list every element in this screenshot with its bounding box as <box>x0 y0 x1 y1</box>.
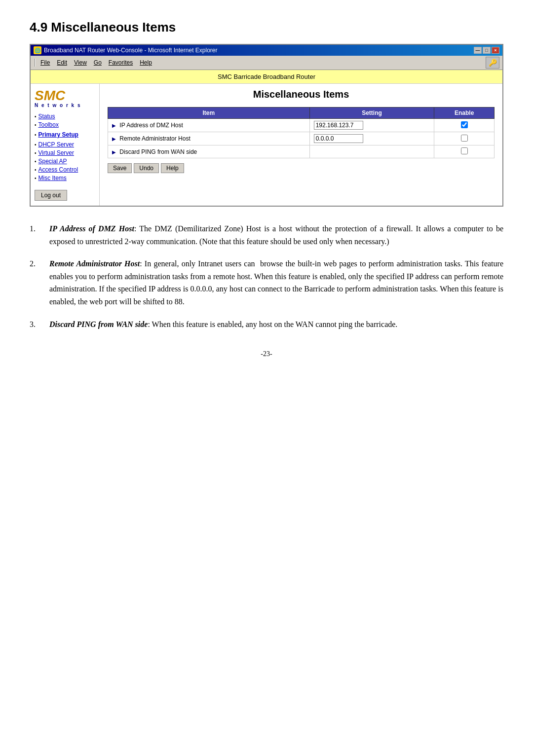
dmz-host-input[interactable] <box>314 121 363 130</box>
browser-titlebar-icon: 🌐 <box>34 46 41 54</box>
sidebar: SMC N e t w o r k s • Status • Toolbox •… <box>31 84 100 206</box>
desc-text-1: IP Address of DMZ Host: The DMZ (Demilit… <box>49 222 503 248</box>
sidebar-link-access[interactable]: Access Control <box>38 166 78 173</box>
description-list: 1. IP Address of DMZ Host: The DMZ (Demi… <box>30 222 503 330</box>
browser-title: Broadband NAT Router Web-Console - Micro… <box>44 47 218 54</box>
sidebar-nav: • Status • Toolbox • Primary Setup • DHC… <box>35 113 95 181</box>
sidebar-link-misc[interactable]: Misc Items <box>38 175 67 181</box>
arrow-icon-2: ▶ <box>112 136 116 142</box>
col-enable: Enable <box>434 108 495 119</box>
menu-help[interactable]: Help <box>137 58 155 67</box>
table-row: ▶ Remote Administrator Host <box>108 132 495 145</box>
sidebar-item-dhcp[interactable]: • DHCP Server <box>35 141 95 148</box>
page-heading: 4.9 Miscellaneous Items <box>30 20 503 35</box>
sidebar-item-access-control[interactable]: • Access Control <box>35 166 95 173</box>
discard-ping-checkbox[interactable] <box>461 147 468 154</box>
row3-item: ▶ Discard PING from WAN side <box>108 145 310 158</box>
menu-file[interactable]: File <box>38 58 53 67</box>
close-button[interactable]: × <box>492 47 499 54</box>
table-row: ▶ Discard PING from WAN side <box>108 145 495 158</box>
browser-body: SMC N e t w o r k s • Status • Toolbox •… <box>31 84 502 206</box>
action-buttons: Save Undo Help <box>108 163 495 173</box>
logout-button[interactable]: Log out <box>35 190 67 201</box>
sidebar-link-primary[interactable]: Primary Setup <box>38 131 78 138</box>
row3-setting <box>309 145 434 158</box>
desc-num-1: 1. <box>30 222 49 248</box>
table-row: ▶ IP Address of DMZ Host <box>108 119 495 132</box>
bullet-status: • <box>35 114 37 119</box>
dmz-enable-checkbox[interactable] <box>461 121 468 128</box>
bullet-toolbox: • <box>35 122 37 128</box>
row1-item: ▶ IP Address of DMZ Host <box>108 119 310 132</box>
sidebar-item-misc[interactable]: • Misc Items <box>35 175 95 181</box>
maximize-button[interactable]: □ <box>483 47 491 54</box>
save-button[interactable]: Save <box>108 163 132 173</box>
desc-num-3: 3. <box>30 318 49 331</box>
menu-view[interactable]: View <box>71 58 90 67</box>
menu-edit[interactable]: Edit <box>54 58 70 67</box>
desc-text-2: Remote Administrator Host: In general, o… <box>49 257 503 308</box>
menu-favorites[interactable]: Favorites <box>106 58 136 67</box>
misc-section-title: Miscellaneous Items <box>108 89 495 100</box>
bullet-dhcp: • <box>35 142 37 147</box>
row1-enable[interactable] <box>434 119 495 132</box>
sidebar-link-status[interactable]: Status <box>38 113 55 120</box>
arrow-icon-1: ▶ <box>112 123 116 128</box>
misc-table: Item Setting Enable ▶ IP Address of DMZ … <box>108 107 495 158</box>
browser-menubar: File Edit View Go Favorites Help 🔑 <box>31 56 502 70</box>
smc-logo-text: SMC <box>35 89 95 103</box>
sidebar-link-special[interactable]: Special AP <box>38 158 67 165</box>
undo-button[interactable]: Undo <box>134 163 159 173</box>
help-button[interactable]: Help <box>161 163 184 173</box>
minimize-button[interactable]: — <box>474 47 482 54</box>
menu-go[interactable]: Go <box>91 58 105 67</box>
row1-setting[interactable] <box>309 119 434 132</box>
remote-admin-checkbox[interactable] <box>461 135 468 142</box>
row3-enable[interactable] <box>434 145 495 158</box>
bullet-access: • <box>35 167 37 173</box>
sidebar-link-virtual[interactable]: Virtual Server <box>38 149 74 156</box>
main-panel: Miscellaneous Items Item Setting Enable <box>100 84 502 206</box>
page-number: -23- <box>30 350 503 358</box>
smc-networks-text: N e t w o r k s <box>35 103 95 108</box>
sidebar-item-virtual[interactable]: • Virtual Server <box>35 149 95 156</box>
bullet-misc: • <box>35 176 37 181</box>
row2-enable[interactable] <box>434 132 495 145</box>
desc-item-2: 2. Remote Administrator Host: In general… <box>30 257 503 308</box>
row2-setting[interactable] <box>309 132 434 145</box>
desc-item-1: 1. IP Address of DMZ Host: The DMZ (Demi… <box>30 222 503 248</box>
header-bar: SMC Barricade Broadband Router <box>31 70 502 84</box>
remote-admin-input[interactable] <box>314 134 363 143</box>
bullet-virtual: • <box>35 150 37 156</box>
row2-item: ▶ Remote Administrator Host <box>108 132 310 145</box>
sidebar-item-special-ap[interactable]: • Special AP <box>35 158 95 165</box>
sidebar-link-toolbox[interactable]: Toolbox <box>38 121 59 128</box>
toolbar-icon: 🔑 <box>486 57 499 69</box>
arrow-icon-3: ▶ <box>112 149 116 155</box>
sidebar-item-toolbox[interactable]: • Toolbox <box>35 121 95 128</box>
sidebar-item-primary-setup[interactable]: • Primary Setup <box>35 131 95 138</box>
desc-num-2: 2. <box>30 257 49 308</box>
browser-window: 🌐 Broadband NAT Router Web-Console - Mic… <box>30 44 503 207</box>
col-setting: Setting <box>309 108 434 119</box>
sidebar-link-dhcp[interactable]: DHCP Server <box>38 141 74 148</box>
smc-logo: SMC N e t w o r k s <box>35 89 95 108</box>
menu-separator-left <box>35 59 36 67</box>
col-item: Item <box>108 108 310 119</box>
desc-item-3: 3. Discard PING from WAN side: When this… <box>30 318 503 331</box>
sidebar-item-status[interactable]: • Status <box>35 113 95 120</box>
bullet-special: • <box>35 159 37 164</box>
browser-content: SMC Barricade Broadband Router SMC N e t… <box>31 70 502 206</box>
desc-text-3: Discard PING from WAN side: When this fe… <box>49 318 503 331</box>
bullet-primary: • <box>35 132 37 138</box>
browser-titlebar: 🌐 Broadband NAT Router Web-Console - Mic… <box>31 45 502 56</box>
